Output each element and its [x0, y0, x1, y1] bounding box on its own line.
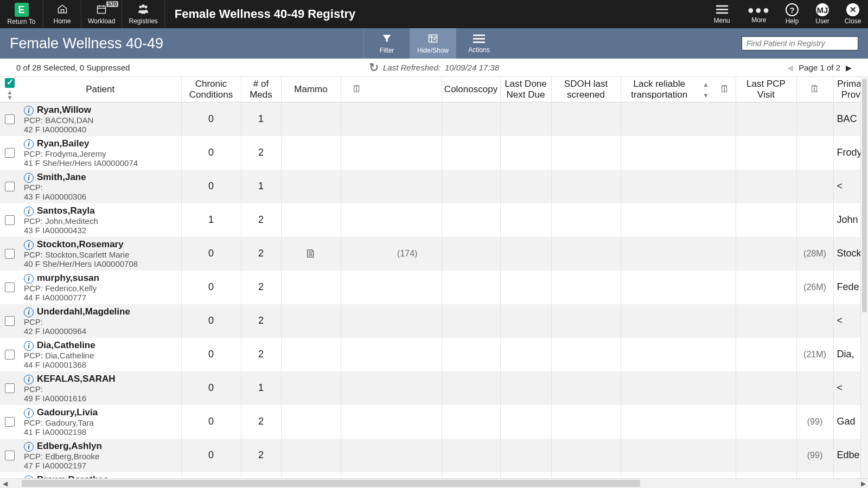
info-icon[interactable]: i	[24, 139, 34, 149]
table-row[interactable]: iDia,CathelinePCP: Dia,Catheline44 F IA0…	[0, 338, 868, 371]
row-checkbox[interactable]	[5, 114, 15, 124]
row-checkbox[interactable]	[5, 350, 15, 359]
calendar-icon: 🗓	[810, 84, 820, 94]
workload-button[interactable]: 570 Workload	[81, 0, 122, 28]
col-lack-cal[interactable]: 🗓	[714, 77, 736, 102]
info-icon[interactable]: i	[24, 207, 34, 216]
col-last-pcp[interactable]: Last PCPVisit	[736, 77, 796, 102]
row-checkbox[interactable]	[5, 282, 15, 292]
cell-chronic: 0	[181, 170, 241, 203]
info-icon[interactable]: i	[24, 274, 34, 284]
table-row[interactable]: iGadoury,LiviaPCP: Gadoury,Tara41 F IA00…	[0, 405, 868, 439]
cell-mammo: 🗎	[281, 237, 341, 271]
svg-rect-6	[716, 12, 728, 14]
patient-name[interactable]: Ryan,Bailey	[37, 138, 89, 149]
actions-icon	[473, 34, 485, 46]
info-icon[interactable]: i	[24, 375, 34, 384]
svg-rect-8	[473, 34, 485, 36]
patient-name[interactable]: Underdahl,Magdeline	[37, 306, 130, 317]
vertical-scrollbar[interactable]	[860, 77, 868, 478]
col-last-pcp-cal[interactable]: 🗓	[796, 77, 833, 102]
help-button[interactable]: ? Help	[777, 0, 807, 28]
col-sdoh[interactable]: SDOH lastscreened	[551, 77, 621, 102]
menu-button[interactable]: Menu	[703, 0, 741, 28]
info-icon[interactable]: i	[24, 106, 34, 115]
col-colonoscopy[interactable]: Colonoscopy	[442, 77, 500, 102]
hscroll-left-button[interactable]: ◀	[0, 480, 10, 487]
cell-last-pcp	[736, 439, 796, 472]
return-to-button[interactable]: E Return To	[0, 0, 43, 28]
row-checkbox[interactable]	[5, 451, 15, 460]
patient-name[interactable]: murphy,susan	[37, 273, 99, 283]
funnel-icon	[381, 33, 393, 46]
selection-status: 0 of 28 Selected, 0 Suppressed	[16, 63, 130, 72]
col-chronic[interactable]: ChronicConditions	[181, 77, 241, 102]
page-prev-button[interactable]: ◀	[787, 63, 793, 72]
patient-name[interactable]: Smith,Jane	[37, 172, 86, 182]
more-button[interactable]: ●●● More	[741, 0, 777, 28]
cell-mammo	[281, 271, 341, 304]
col-patient[interactable]: Patient	[20, 77, 181, 102]
table-row[interactable]: imurphy,susanPCP: Federico,Kelly44 F IA0…	[0, 271, 868, 304]
home-button[interactable]: Home	[43, 0, 81, 28]
cell-last-pcp-val: (28M)	[803, 249, 826, 258]
patient-name[interactable]: Gadoury,Livia	[37, 407, 98, 418]
table-row[interactable]: iRyan,BaileyPCP: Frodyma,Jeremy41 F She/…	[0, 136, 868, 170]
row-checkbox[interactable]	[5, 316, 15, 326]
registries-button[interactable]: Registries	[122, 0, 164, 28]
info-icon[interactable]: i	[24, 408, 34, 418]
info-icon[interactable]: i	[24, 173, 34, 183]
actions-button[interactable]: Actions	[456, 28, 502, 59]
col-mammo-date[interactable]: 🗓	[341, 77, 373, 102]
table-row[interactable]: iSantos,RaylaPCP: John,Meditech43 F IA00…	[0, 203, 868, 237]
col-meds[interactable]: # ofMeds	[241, 77, 281, 102]
note-icon[interactable]: 🗎	[305, 247, 317, 260]
col-lack-transport[interactable]: Lack reliabletransportation	[621, 77, 698, 102]
help-icon: ?	[786, 3, 799, 16]
row-checkbox[interactable]	[5, 383, 15, 393]
hscroll-right-button[interactable]: ▶	[858, 480, 868, 487]
patient-pcp: PCP: BACON,DAN	[24, 115, 177, 125]
patient-name[interactable]: Santos,Rayla	[37, 206, 95, 216]
info-icon[interactable]: i	[24, 442, 34, 452]
table-row[interactable]: iEdberg,AshlynPCP: Edberg,Brooke47 F IA0…	[0, 439, 868, 472]
page-next-button[interactable]: ▶	[846, 63, 852, 72]
user-button[interactable]: MJ User	[807, 0, 838, 28]
row-checkbox[interactable]	[5, 417, 15, 427]
col-mammo[interactable]: Mammo	[281, 77, 341, 102]
col-lack-sort[interactable]: ▲▼	[698, 77, 714, 102]
cell-chronic: 0	[181, 439, 241, 472]
table-row[interactable]: iStockton,RosemaryPCP: Stockton,Scarlett…	[0, 237, 868, 271]
info-icon[interactable]: i	[24, 240, 34, 250]
patient-name[interactable]: Stockton,Rosemary	[37, 239, 124, 249]
patient-name[interactable]: Ryan,Willow	[37, 105, 91, 115]
row-checkbox[interactable]	[5, 249, 15, 259]
select-all-checkbox[interactable]	[5, 78, 15, 88]
table-row[interactable]: iSmith,JanePCP: 43 F IA0000030601<	[0, 170, 868, 203]
filter-button[interactable]: Filter	[363, 28, 410, 59]
refresh-icon[interactable]: ↻	[369, 61, 379, 75]
table-row[interactable]: iUnderdahl,MagdelinePCP: 42 F IA00000964…	[0, 304, 868, 338]
svg-rect-4	[716, 5, 728, 7]
patient-name[interactable]: Edberg,Ashlyn	[37, 441, 102, 451]
col-mammo-label: Mammo	[294, 84, 327, 94]
find-patient-input[interactable]	[742, 36, 858, 50]
workload-badge: 570	[106, 1, 119, 7]
table-row[interactable]: iRyan,WillowPCP: BACON,DAN42 F IA0000004…	[0, 102, 868, 136]
hide-show-button[interactable]: Hide/Show	[410, 28, 456, 59]
patient-pcp: PCP: Frodyma,Jeremy	[24, 149, 177, 158]
row-checkbox[interactable]	[5, 148, 15, 158]
table-row[interactable]: iKEFALAS,SARAHPCP: 49 F IA0000161601<	[0, 371, 868, 405]
patient-name[interactable]: KEFALAS,SARAH	[37, 374, 116, 384]
row-checkbox[interactable]	[5, 182, 15, 191]
row-checkbox[interactable]	[5, 215, 15, 225]
sort-handle-icon[interactable]: ▲▼	[7, 90, 13, 100]
info-icon[interactable]: i	[24, 341, 34, 351]
horizontal-scrollbar[interactable]: ◀ ▶	[0, 478, 868, 488]
info-icon[interactable]: i	[24, 307, 34, 317]
patient-name[interactable]: Dia,Catheline	[37, 340, 95, 350]
close-button[interactable]: ✕ Close	[838, 0, 868, 28]
col-last-done[interactable]: Last DoneNext Due	[500, 77, 551, 102]
cell-meds: 2	[241, 338, 281, 371]
calendar-icon: 🗓	[352, 84, 362, 94]
